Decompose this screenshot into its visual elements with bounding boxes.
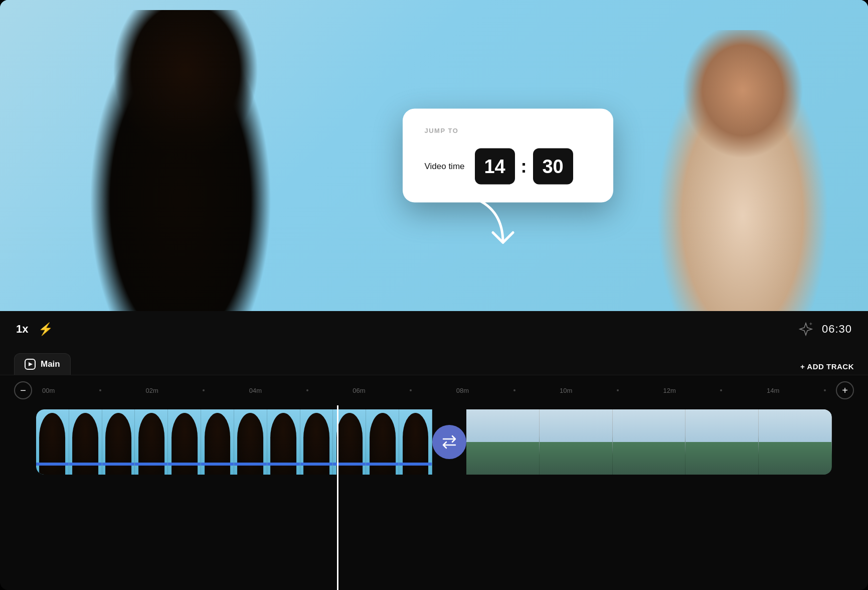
ruler-mark-4: 08m [456,387,469,394]
outdoor-frame-1 [466,409,540,475]
frame-1 [36,409,69,475]
main-tab[interactable]: Main [14,353,71,375]
jump-to-content: Video time 14 : 30 [425,149,591,185]
ruler-mark-0: 00m [42,387,55,394]
swap-clips-button[interactable] [432,425,466,459]
frame-2 [69,409,102,475]
add-track-button[interactable]: + ADD TRACK [800,358,854,375]
add-track-label: + ADD TRACK [800,362,854,371]
play-icon [29,362,33,366]
clip-1[interactable] [36,409,432,475]
person-right-figure [642,30,853,311]
zoom-out-button[interactable]: − [14,381,32,399]
ai-enhance-icon[interactable]: + [798,321,814,337]
control-row: 1x ⚡ + 06:30 [0,311,868,347]
jump-to-popup: JUMP TO Video time 14 : 30 [403,109,613,203]
outdoor-frame-2 [540,409,613,475]
outdoor-frame-5 [759,409,832,475]
ruler-mark-5: 10m [560,387,572,394]
film-track[interactable] [36,409,832,475]
track-tabs-row: Main + ADD TRACK [0,347,868,375]
svg-text:+: + [809,321,812,327]
frame-7 [234,409,267,475]
ruler-marks: 00m 02m 04m 06m 08m 10m 12 [32,387,836,394]
plus-icon: + [842,385,848,396]
outdoor-frame-4 [685,409,759,475]
timeline-track-area [0,405,868,590]
ruler-mark-1: 02m [145,387,158,394]
ruler-dot-8 [824,389,826,391]
right-controls: + 06:30 [798,321,852,337]
playhead [337,405,338,590]
ruler-dot-4 [410,389,412,391]
frame-3 [102,409,135,475]
arrow-indicator [423,183,523,263]
lightning-icon[interactable]: ⚡ [38,322,53,336]
clip-2[interactable] [466,409,832,475]
frame-9 [300,409,333,475]
person-left-figure [40,10,331,311]
ruler-dot-1 [99,389,101,391]
video-time-label: Video time [425,162,465,172]
time-hours-box[interactable]: 14 [475,149,515,185]
ruler-mark-7: 14m [767,387,779,394]
frame-12 [399,409,432,475]
frame-5 [168,409,201,475]
frame-11 [366,409,399,475]
zoom-in-button[interactable]: + [836,381,854,399]
ruler-mark-6: 12m [663,387,676,394]
frame-6 [201,409,234,475]
timeline-ruler: − 00m 02m 04m 06m 08m 10m [0,375,868,405]
frame-8 [267,409,300,475]
time-separator: : [521,156,527,177]
ruler-dot-2 [203,389,205,391]
speed-label[interactable]: 1x [16,323,28,336]
ruler-dot-7 [720,389,722,391]
tab-video-icon [25,359,36,370]
frame-4 [135,409,168,475]
main-tab-label: Main [41,359,60,369]
timeline-bar: 1x ⚡ + 06:30 Main + ADD TRACK [0,311,868,590]
left-controls: 1x ⚡ [16,322,53,336]
time-minutes-box[interactable]: 30 [533,149,573,185]
minus-icon: − [20,385,26,396]
ruler-dot-6 [617,389,619,391]
ruler-mark-2: 04m [249,387,262,394]
video-preview: JUMP TO Video time 14 : 30 [0,0,868,311]
time-display: 06:30 [822,323,852,336]
ruler-mark-3: 06m [353,387,365,394]
jump-to-title: JUMP TO [425,127,591,134]
ruler-dot-5 [513,389,515,391]
outdoor-frame-3 [613,409,686,475]
ruler-dot-3 [306,389,308,391]
